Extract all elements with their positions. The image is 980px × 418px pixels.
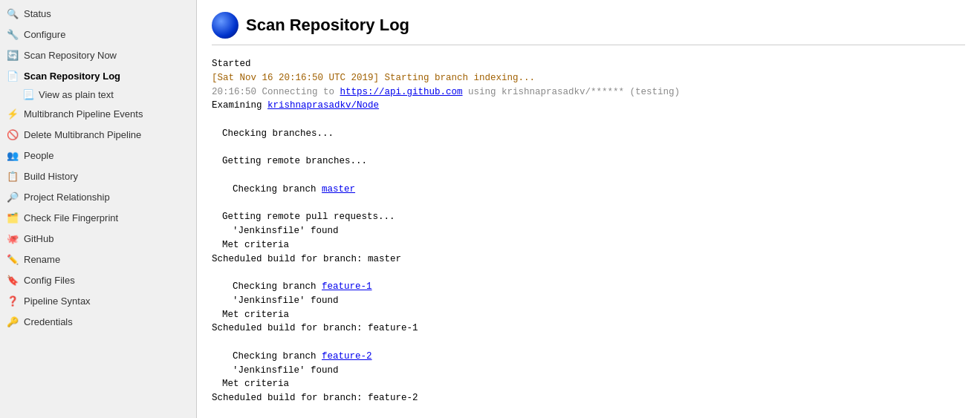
feature2-branch-link[interactable]: feature-2 <box>322 351 372 362</box>
log-started-label: Started <box>212 59 251 69</box>
lightning-icon <box>6 107 19 120</box>
sidebar-item-config-files[interactable]: Config Files <box>0 270 196 290</box>
log-met-criteria3: Met criteria <box>222 377 965 391</box>
sidebar: Status Configure Scan Repository Now Sca… <box>0 0 197 418</box>
sidebar-label-fingerprint: Check File Fingerprint <box>24 212 118 223</box>
jenkinsfile-found1-text: 'Jenkinsfile' found <box>233 226 339 236</box>
log-jenkinsfile2: 'Jenkinsfile' found <box>233 294 965 308</box>
clipboard-icon <box>6 169 19 183</box>
github-icon <box>6 232 19 245</box>
getting-pull-text: Getting remote pull requests... <box>222 212 395 222</box>
fingerprint-icon <box>6 211 19 224</box>
scheduled-feature2-text: Scheduled build for branch: feature-2 <box>212 393 418 403</box>
met-criteria3-text: Met criteria <box>222 379 289 389</box>
scheduled-feature1-text: Scheduled build for branch: feature-1 <box>212 323 418 333</box>
met-criteria2-text: Met criteria <box>222 310 289 320</box>
pipeline-icon <box>6 294 19 307</box>
doc-plain-icon <box>22 89 34 100</box>
jenkinsfile-found3-text: 'Jenkinsfile' found <box>233 365 339 376</box>
log-met-criteria2: Met criteria <box>222 308 965 322</box>
log-met-criteria1: Met criteria <box>222 238 965 252</box>
sidebar-item-view-plain[interactable]: View as plain text <box>0 86 196 103</box>
sidebar-item-scan-log[interactable]: Scan Repository Log <box>0 65 196 86</box>
log-timestamp: [Sat Nov 16 20:16:50 UTC 2019] Starting … <box>212 73 535 83</box>
sidebar-item-people[interactable]: People <box>0 145 196 166</box>
checking-branch-prefix2: Checking branch <box>233 281 322 292</box>
log-line1: [Sat Nov 16 20:16:50 UTC 2019] Starting … <box>212 71 965 85</box>
sidebar-label-scan-log: Scan Repository Log <box>24 71 120 82</box>
log-getting-remote: Getting remote branches... <box>222 154 965 169</box>
log-scheduled-feature1: Scheduled build for branch: feature-1 <box>212 321 965 336</box>
sidebar-item-pipeline-syntax[interactable]: Pipeline Syntax <box>0 290 196 311</box>
rename-icon <box>6 252 19 266</box>
sidebar-label-multibranch: Multibranch Pipeline Events <box>24 108 143 120</box>
sidebar-item-build-history[interactable]: Build History <box>0 166 196 186</box>
log-getting-pull-requests: Getting remote pull requests... <box>222 210 965 224</box>
log-connect-prefix: 20:16:50 Connecting to <box>212 87 340 97</box>
master-branch-link[interactable]: master <box>322 184 355 195</box>
sidebar-item-rename[interactable]: Rename <box>0 249 196 270</box>
sidebar-label-project-rel: Project Relationship <box>24 192 110 203</box>
log-examining-line: Examining krishnaprasadkv/Node <box>212 99 965 113</box>
sidebar-label-people: People <box>24 150 53 161</box>
log-jenkinsfile3: 'Jenkinsfile' found <box>233 364 965 378</box>
refresh-icon <box>6 48 19 62</box>
github-api-link[interactable]: https://api.github.com <box>340 87 463 97</box>
log-checking-feature2: Checking branch feature-2 <box>233 350 965 364</box>
repo-link[interactable]: krishnaprasadkv/Node <box>267 100 379 111</box>
log-started-line: Started <box>212 57 965 71</box>
magnifier-icon <box>6 7 19 20</box>
page-title: Scan Repository Log <box>246 16 409 35</box>
log-scheduled-master: Scheduled build for branch: master <box>212 252 965 267</box>
checking-branches-text: Checking branches... <box>222 128 334 139</box>
sidebar-item-credentials[interactable]: Credentials <box>0 311 196 332</box>
globe-icon <box>212 12 238 39</box>
log-connect-suffix: using krishnaprasadkv/****** (testing) <box>463 87 681 97</box>
cancel-icon <box>6 128 19 141</box>
sidebar-label-delete: Delete Multibranch Pipeline <box>24 129 141 140</box>
sidebar-label-status: Status <box>24 8 51 19</box>
sidebar-label-view-plain: View as plain text <box>39 89 114 100</box>
sidebar-item-project-relationship[interactable]: Project Relationship <box>0 186 196 207</box>
checking-branch-prefix1: Checking branch <box>233 184 322 195</box>
sidebar-item-check-fingerprint[interactable]: Check File Fingerprint <box>0 207 196 228</box>
sidebar-item-delete[interactable]: Delete Multibranch Pipeline <box>0 124 196 145</box>
people-icon <box>6 148 19 162</box>
examining-prefix: Examining <box>212 100 267 111</box>
sidebar-item-github[interactable]: GitHub <box>0 228 196 249</box>
sidebar-item-scan-now[interactable]: Scan Repository Now <box>0 45 196 65</box>
feature1-branch-link[interactable]: feature-1 <box>322 281 372 292</box>
getting-remote-text: Getting remote branches... <box>222 156 367 166</box>
sidebar-label-build-history: Build History <box>24 171 78 182</box>
log-content: Started [Sat Nov 16 20:16:50 UTC 2019] S… <box>212 57 965 418</box>
sidebar-label-credentials: Credentials <box>24 316 73 327</box>
sidebar-label-pipeline: Pipeline Syntax <box>24 295 91 307</box>
sidebar-label-github: GitHub <box>24 233 53 244</box>
log-checking-branches: Checking branches... <box>222 127 965 141</box>
wrench-icon <box>6 27 19 41</box>
sidebar-item-configure[interactable]: Configure <box>0 24 196 45</box>
scheduled-master-text: Scheduled build for branch: master <box>212 254 401 264</box>
sidebar-item-status[interactable]: Status <box>0 3 196 24</box>
sidebar-label-rename: Rename <box>24 254 60 265</box>
sidebar-item-multibranch-events[interactable]: Multibranch Pipeline Events <box>0 103 196 124</box>
log-checking-feature1: Checking branch feature-1 <box>233 280 965 294</box>
doc-gear-icon <box>6 69 19 82</box>
sidebar-label-scan-now: Scan Repository Now <box>24 50 117 61</box>
log-scheduled-feature2: Scheduled build for branch: feature-2 <box>212 391 965 405</box>
met-criteria1-text: Met criteria <box>222 240 289 250</box>
log-line2: 20:16:50 Connecting to https://api.githu… <box>212 85 965 99</box>
log-jenkinsfile1: 'Jenkinsfile' found <box>233 224 965 238</box>
sidebar-label-config-files: Config Files <box>24 275 75 286</box>
config-icon <box>6 273 19 287</box>
credentials-icon <box>6 315 19 328</box>
checking-branch-prefix3: Checking branch <box>233 351 322 362</box>
log-checking-master: Checking branch master <box>233 183 965 197</box>
main-content: Scan Repository Log Started [Sat Nov 16 … <box>197 0 980 418</box>
search-doc-icon <box>6 190 19 203</box>
jenkinsfile-found2-text: 'Jenkinsfile' found <box>233 295 339 306</box>
page-header: Scan Repository Log <box>212 12 965 45</box>
sidebar-label-configure: Configure <box>24 29 65 40</box>
